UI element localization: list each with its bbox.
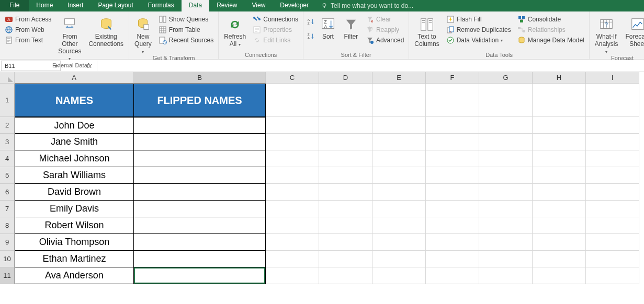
cell[interactable]	[479, 150, 533, 167]
cell[interactable]	[319, 267, 372, 284]
refresh-all-button[interactable]: Refresh All ▾	[222, 15, 248, 48]
connections-button[interactable]: Connections	[251, 15, 300, 24]
from-table-button[interactable]: From Table	[157, 25, 215, 34]
row-header[interactable]: 7	[0, 201, 15, 217]
text-to-columns-button[interactable]: Text to Columns	[412, 15, 441, 48]
cell[interactable]	[479, 251, 533, 267]
cell-B10[interactable]	[134, 251, 266, 267]
consolidate-button[interactable]: Consolidate	[516, 15, 586, 24]
row-header[interactable]: 11	[0, 267, 15, 284]
cell[interactable]	[533, 201, 586, 217]
cell-B2[interactable]	[134, 117, 266, 134]
cell-A8[interactable]: Robert Wilson	[15, 217, 134, 234]
from-access-button[interactable]: A From Access	[3, 15, 53, 24]
cell-A1[interactable]: NAMES	[15, 84, 134, 117]
from-web-button[interactable]: From Web	[3, 25, 53, 34]
recent-sources-button[interactable]: Recent Sources	[157, 36, 215, 45]
cell[interactable]	[426, 234, 479, 251]
cell[interactable]	[372, 84, 426, 117]
cell[interactable]	[319, 217, 372, 234]
insert-function-button[interactable]: fx	[87, 62, 92, 69]
cell[interactable]	[586, 217, 639, 234]
cell[interactable]	[266, 267, 319, 284]
show-queries-button[interactable]: Show Queries	[157, 15, 215, 24]
column-header[interactable]: I	[586, 72, 639, 84]
cell-A5[interactable]: Sarah Williams	[15, 167, 134, 184]
cell[interactable]	[426, 184, 479, 201]
tab-view[interactable]: View	[245, 0, 273, 11]
cell[interactable]	[479, 234, 533, 251]
cell[interactable]	[319, 150, 372, 167]
name-box[interactable]	[2, 63, 52, 69]
cell[interactable]	[533, 134, 586, 150]
cell[interactable]	[319, 251, 372, 267]
cell[interactable]	[586, 267, 639, 284]
sort-button[interactable]: ZA Sort	[318, 15, 338, 41]
cell[interactable]	[533, 234, 586, 251]
cell-B7[interactable]	[134, 201, 266, 217]
cell[interactable]	[266, 217, 319, 234]
cell[interactable]	[372, 201, 426, 217]
cell[interactable]	[426, 251, 479, 267]
cell[interactable]	[586, 84, 639, 117]
tab-insert[interactable]: Insert	[60, 0, 91, 11]
tab-home[interactable]: Home	[29, 0, 60, 11]
row-header[interactable]: 2	[0, 117, 15, 134]
cell[interactable]	[586, 117, 639, 134]
manage-data-model-button[interactable]: Manage Data Model	[516, 36, 586, 45]
tab-review[interactable]: Review	[209, 0, 244, 11]
cell[interactable]	[586, 134, 639, 150]
cell[interactable]	[426, 150, 479, 167]
formula-input[interactable]	[97, 61, 644, 71]
cell[interactable]	[266, 134, 319, 150]
from-other-sources-button[interactable]: From Other Sources ▾	[56, 15, 83, 62]
cell[interactable]	[533, 267, 586, 284]
cell[interactable]	[372, 251, 426, 267]
column-header[interactable]: G	[479, 72, 533, 84]
name-box-dropdown[interactable]: ▾	[52, 62, 60, 69]
cell[interactable]	[266, 84, 319, 117]
cell[interactable]	[372, 234, 426, 251]
cell-B4[interactable]	[134, 150, 266, 167]
cell[interactable]	[533, 217, 586, 234]
cell[interactable]	[586, 167, 639, 184]
cell-B6[interactable]	[134, 184, 266, 201]
cell[interactable]	[426, 267, 479, 284]
cell[interactable]	[533, 150, 586, 167]
cell[interactable]	[266, 167, 319, 184]
row-header[interactable]: 6	[0, 184, 15, 201]
cell[interactable]	[426, 217, 479, 234]
cell[interactable]	[266, 150, 319, 167]
column-header[interactable]: A	[15, 72, 134, 84]
data-validation-button[interactable]: Data Validation ▾	[445, 36, 513, 45]
cell[interactable]	[319, 201, 372, 217]
cell[interactable]	[533, 184, 586, 201]
column-header[interactable]: D	[319, 72, 372, 84]
cell[interactable]	[319, 167, 372, 184]
cell-A11[interactable]: Ava Anderson	[15, 267, 134, 284]
cell-A2[interactable]: John Doe	[15, 117, 134, 134]
cell[interactable]	[586, 201, 639, 217]
cell-A4[interactable]: Michael Johnson	[15, 150, 134, 167]
cell[interactable]	[479, 84, 533, 117]
cell[interactable]	[319, 84, 372, 117]
cell[interactable]	[372, 217, 426, 234]
existing-connections-button[interactable]: Existing Connections	[86, 15, 126, 48]
what-if-analysis-button[interactable]: ? What-If Analysis ▾	[593, 15, 620, 55]
cell[interactable]	[533, 251, 586, 267]
cell[interactable]	[372, 134, 426, 150]
cell[interactable]	[586, 234, 639, 251]
cell[interactable]	[479, 134, 533, 150]
cell[interactable]	[266, 251, 319, 267]
tab-formulas[interactable]: Formulas	[141, 0, 182, 11]
cell[interactable]	[426, 201, 479, 217]
cell[interactable]	[426, 167, 479, 184]
cell[interactable]	[586, 184, 639, 201]
new-query-button[interactable]: New Query ▾	[132, 15, 154, 55]
row-header[interactable]: 3	[0, 134, 15, 150]
column-header[interactable]: C	[266, 72, 319, 84]
tab-data[interactable]: Data	[182, 0, 209, 11]
cell[interactable]	[479, 167, 533, 184]
tab-file[interactable]: File	[0, 0, 29, 11]
cell[interactable]	[319, 117, 372, 134]
